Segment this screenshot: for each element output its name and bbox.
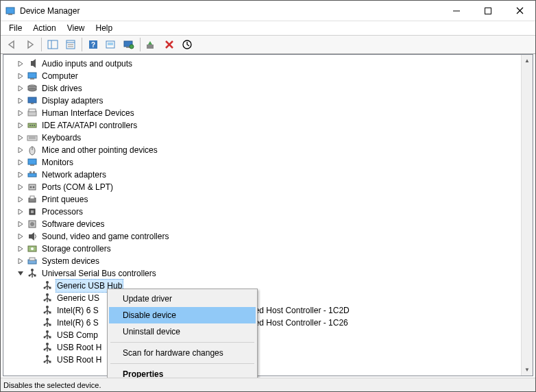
ports-icon — [27, 182, 38, 193]
tree-node[interactable]: Network adapters — [6, 169, 533, 181]
usb-icon — [42, 280, 53, 291]
svg-point-55 — [30, 222, 34, 226]
svg-rect-44 — [28, 173, 36, 177]
tree-node[interactable]: Storage controllers — [6, 243, 533, 255]
menu-view[interactable]: View — [62, 22, 90, 34]
scan-button[interactable] — [103, 36, 119, 53]
tree-node[interactable]: System devices — [6, 255, 533, 267]
svg-rect-78 — [49, 299, 51, 302]
svg-point-49 — [33, 186, 35, 188]
expand-icon[interactable] — [16, 219, 25, 229]
expand-icon[interactable] — [16, 207, 25, 217]
expand-icon[interactable] — [16, 244, 25, 254]
tree-node[interactable]: Software devices — [6, 218, 533, 230]
expand-icon[interactable] — [16, 84, 25, 93]
tree-node[interactable]: Monitors — [6, 156, 533, 169]
uninstall-button[interactable] — [161, 36, 178, 53]
usb-icon — [42, 293, 53, 304]
svg-point-73 — [46, 293, 49, 296]
tree-node[interactable]: USB Root H — [6, 354, 533, 366]
back-button[interactable] — [4, 36, 21, 53]
tree-node-label: USB Comp — [56, 329, 99, 341]
tree-node[interactable]: Display adapters — [6, 95, 533, 107]
tree-node[interactable]: Generic USB Hub — [6, 280, 533, 292]
update-driver-button[interactable] — [143, 36, 160, 53]
expand-icon[interactable] — [16, 182, 25, 192]
tree-node-label: Computer — [40, 70, 80, 82]
scroll-down-icon[interactable]: ▼ — [522, 364, 533, 376]
disable-button[interactable] — [179, 36, 195, 53]
expand-icon[interactable] — [16, 256, 25, 266]
expand-icon[interactable] — [16, 170, 25, 180]
tree-node[interactable]: Universal Serial Bus controllers — [6, 267, 533, 280]
expand-icon[interactable] — [16, 71, 25, 81]
menu-action[interactable]: Action — [27, 22, 61, 34]
tree-node[interactable]: USB Root H — [6, 341, 533, 354]
cm-disable-device[interactable]: Disable device — [109, 307, 256, 323]
expand-icon[interactable] — [16, 232, 25, 241]
window-title: Device Manager — [20, 6, 441, 16]
tree-node[interactable]: Computer — [6, 70, 533, 82]
svg-rect-84 — [49, 312, 51, 314]
tree-node[interactable]: Mice and other pointing devices — [6, 144, 533, 156]
tree-node[interactable]: IDE ATA/ATAPI controllers — [6, 119, 533, 132]
expand-icon[interactable] — [16, 121, 25, 130]
disk-icon — [27, 83, 38, 94]
tree-node[interactable]: Generic US — [6, 292, 533, 304]
svg-rect-51 — [30, 196, 34, 199]
collapse-icon[interactable] — [16, 269, 25, 278]
svg-rect-32 — [29, 109, 36, 112]
svg-rect-66 — [34, 275, 36, 277]
help-button[interactable]: ? — [85, 36, 101, 53]
cm-update-driver[interactable]: Update driver — [109, 291, 256, 307]
cm-separator — [110, 363, 254, 364]
expand-icon[interactable] — [16, 195, 25, 204]
tree-node-label: Print queues — [40, 193, 89, 206]
device-tree[interactable]: Audio inputs and outputsComputerDisk dri… — [3, 55, 533, 376]
show-hide-tree-button[interactable] — [45, 36, 61, 53]
maximize-button[interactable] — [472, 1, 504, 21]
tree-node[interactable]: USB Comp — [6, 329, 533, 341]
tree-node[interactable]: Keyboards — [6, 132, 533, 144]
forward-button[interactable] — [22, 36, 38, 53]
tree-node[interactable]: Audio inputs and outputs — [6, 58, 533, 70]
menu-help[interactable]: Help — [90, 22, 119, 34]
software-icon — [27, 219, 38, 230]
tree-node[interactable]: Human Interface Devices — [6, 107, 533, 119]
properties-button[interactable] — [62, 36, 79, 53]
tree-node-label: Sound, video and game controllers — [40, 230, 170, 243]
cm-scan-hardware[interactable]: Scan for hardware changes — [109, 345, 256, 361]
close-button[interactable] — [504, 1, 535, 21]
tree-node-label: Human Interface Devices — [40, 107, 136, 119]
audio-icon — [27, 58, 38, 69]
tree-node[interactable]: Sound, video and game controllers — [6, 230, 533, 243]
svg-rect-29 — [28, 97, 36, 103]
scroll-up-icon[interactable]: ▲ — [522, 55, 533, 66]
expand-icon[interactable] — [16, 108, 25, 118]
monitor-refresh-button[interactable] — [121, 36, 137, 53]
tree-node[interactable]: Processors — [6, 206, 533, 218]
vertical-scrollbar[interactable]: ▲ ▼ — [521, 55, 533, 376]
computer-icon — [27, 71, 38, 82]
tree-node[interactable]: Intel(R) 6 Sced Host Controller - 1C26 — [6, 317, 533, 329]
menu-file[interactable]: File — [3, 22, 27, 34]
minimize-button[interactable] — [441, 1, 472, 21]
tree-node[interactable]: Intel(R) 6 Sced Host Controller - 1C2D — [6, 304, 533, 317]
svg-rect-19 — [147, 45, 154, 49]
tree-node-label: Ports (COM & LPT) — [40, 181, 114, 193]
tree-node-label-suffix: ced Host Controller - 1C26 — [251, 317, 348, 329]
svg-point-34 — [29, 125, 31, 126]
tree-node[interactable]: Ports (COM & LPT) — [6, 181, 533, 193]
expand-icon[interactable] — [16, 145, 25, 155]
tree-node[interactable]: Disk drives — [6, 82, 533, 95]
expand-icon[interactable] — [16, 158, 25, 167]
svg-rect-1 — [8, 14, 12, 15]
keyboard-icon — [27, 132, 38, 143]
svg-point-83 — [44, 312, 46, 314]
svg-point-35 — [32, 125, 33, 126]
expand-icon[interactable] — [16, 96, 25, 106]
tree-node[interactable]: Print queues — [6, 193, 533, 206]
expand-icon[interactable] — [16, 133, 25, 143]
expand-icon[interactable] — [16, 59, 25, 69]
cm-uninstall-device[interactable]: Uninstall device — [109, 323, 256, 340]
